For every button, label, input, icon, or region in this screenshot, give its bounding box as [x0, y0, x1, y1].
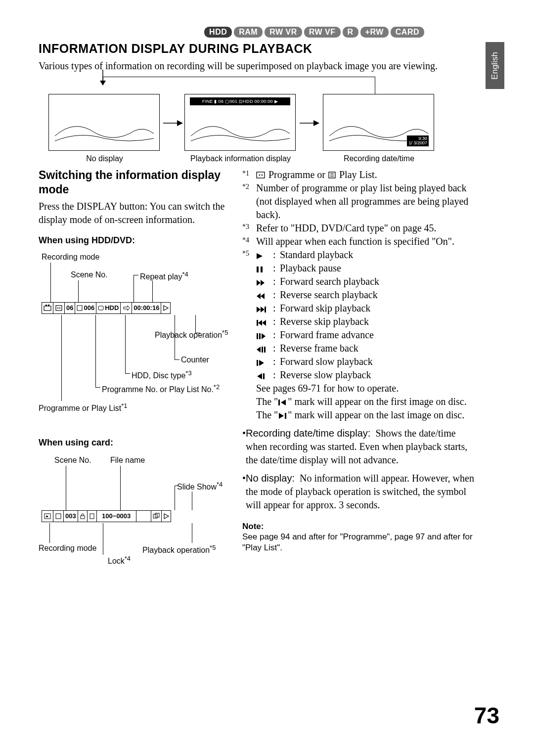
- bullet-recdate: • Recording date/time display: Shows the…: [242, 427, 475, 467]
- frame-back-icon: [256, 342, 273, 355]
- osd-datetime: 9:30 1/ 3/2007: [407, 135, 429, 146]
- badge-rwvr: RW VR: [265, 27, 302, 38]
- osd-infobar: FINE ▮ 06 ▢001 ⊡HDD 00:00:00 ▶: [190, 97, 290, 105]
- pause-icon: [256, 262, 273, 275]
- svg-point-11: [59, 307, 60, 308]
- frame-forward-icon: [256, 328, 273, 342]
- skip-back-icon: [256, 315, 273, 328]
- lbl-prog-or-pl: Programme or Play List*1: [39, 402, 127, 413]
- cell-card-scene-no: 003: [64, 511, 78, 522]
- svg-rect-48: [264, 347, 266, 353]
- lbl-file-name: File name: [110, 456, 145, 465]
- screen-playback-info: FINE ▮ 06 ▢001 ⊡HDD 00:00:00 ▶ Playback …: [184, 94, 296, 151]
- cell-slide-icon: [151, 511, 162, 522]
- svg-marker-34: [261, 280, 265, 286]
- lbl-lock: Lock*4: [108, 555, 131, 566]
- play-icon: [256, 248, 273, 262]
- cell-counter: 00:00:16: [132, 303, 161, 313]
- lbl-prog-no: Programme No. or Play List No.*2: [102, 383, 220, 394]
- svg-marker-22: [164, 514, 169, 519]
- cell-disc-type: HDD: [96, 303, 121, 313]
- footnote-5: *5 :Standard playback :Playback pause :F…: [242, 248, 475, 422]
- svg-rect-23: [257, 172, 265, 178]
- svg-rect-39: [265, 307, 266, 312]
- osd-date: 1/ 3/2007: [408, 141, 427, 145]
- slow-forward-icon: [256, 355, 273, 368]
- cell-file-icon: [88, 511, 97, 522]
- svg-marker-38: [261, 307, 265, 312]
- svg-marker-33: [257, 280, 261, 286]
- svg-point-10: [57, 307, 58, 308]
- svg-marker-45: [262, 333, 266, 339]
- osd-bar-hdd: 06 006 HDD 00:00:16: [42, 302, 171, 314]
- head-hdd-dvd: When using HDD/DVD:: [39, 235, 236, 246]
- cell-playback-icon: [161, 303, 170, 313]
- svg-marker-1: [100, 81, 106, 86]
- landscape-icon: [191, 114, 290, 143]
- svg-rect-19: [90, 514, 94, 519]
- cell-scene-no: 06: [65, 303, 75, 313]
- lbl-playback-op: Playback operation*5: [155, 329, 228, 340]
- svg-marker-16: [45, 515, 48, 517]
- cell-file-name: 100−0003: [97, 511, 136, 522]
- last-image-note: The "" mark will appear on the last imag…: [256, 408, 475, 422]
- right-column: *1 Programme or Play List. *2Number of p…: [242, 168, 475, 553]
- badge-hdd: HDD: [204, 27, 232, 38]
- playlist-icon: [328, 171, 337, 179]
- bullet-nodisplay: • No display: No information will appear…: [242, 472, 475, 512]
- diagram-card: Scene No. File name Slide Show*4 003 100…: [39, 452, 236, 595]
- media-badge-row: HDD RAM RW VR RW VF R +RW CARD: [204, 27, 424, 38]
- svg-rect-49: [257, 360, 258, 366]
- note-body: See page 94 and after for "Programme", p…: [242, 532, 475, 553]
- display-flow-diagram: No display FINE ▮ 06 ▢001 ⊡HDD 00:00:00 …: [39, 77, 476, 171]
- svg-marker-35: [261, 293, 265, 299]
- osd-bar-card: 003 100−0003: [42, 510, 171, 522]
- left-column: Switching the information display mode P…: [39, 168, 236, 595]
- down-arrow-icon: [98, 70, 108, 85]
- head-card: When using card:: [39, 438, 236, 448]
- svg-rect-56: [285, 413, 286, 419]
- footnote-1: *1 Programme or Play List.: [242, 168, 475, 181]
- badge-plus-rw: +RW: [360, 27, 389, 38]
- svg-rect-47: [262, 347, 263, 353]
- svg-marker-30: [257, 253, 263, 259]
- lbl-disc-type: HDD, Disc type*3: [132, 369, 192, 380]
- svg-marker-51: [257, 373, 262, 379]
- svg-marker-54: [281, 400, 286, 405]
- rewind-icon: [256, 288, 273, 302]
- lbl-recording-mode: Recording mode: [42, 253, 99, 262]
- cell-repeat-icon: [121, 303, 132, 313]
- screen-rec-date: 9:30 1/ 3/2007 Recording date/time: [323, 94, 434, 151]
- cell-rec-mode-icon: [42, 303, 53, 313]
- svg-rect-43: [257, 333, 258, 339]
- svg-rect-31: [257, 267, 259, 272]
- lbl-scene-no: Scene No.: [71, 270, 108, 279]
- svg-point-25: [262, 175, 263, 176]
- footnote-2: *2Number of programme or play list being…: [242, 181, 475, 222]
- cell-blank: [136, 511, 151, 522]
- svg-rect-8: [48, 305, 49, 306]
- diagram-hdd: Recording mode Scene No. Repeat play*4 0…: [39, 250, 236, 438]
- svg-marker-3: [177, 120, 183, 126]
- badge-rwvf: RW VF: [304, 27, 341, 38]
- cap-no-display: No display: [49, 154, 160, 163]
- page-number: 73: [474, 702, 499, 729]
- svg-rect-32: [261, 267, 263, 272]
- screen-no-display: No display: [48, 94, 160, 151]
- svg-marker-14: [164, 306, 168, 311]
- svg-rect-9: [56, 306, 62, 311]
- first-mark-icon: [278, 399, 288, 406]
- footnote-4: *4Will appear when each function is spec…: [242, 235, 475, 248]
- lbl-scene-no-card: Scene No.: [54, 456, 91, 465]
- svg-rect-53: [278, 400, 280, 405]
- cap-rec-date: Recording date/time: [323, 154, 435, 163]
- footnote-3: *3Refer to "HDD, DVD/Card type" on page …: [242, 222, 475, 235]
- svg-marker-37: [257, 307, 261, 312]
- lbl-slide-show: Slide Show*4: [177, 481, 222, 491]
- note-heading: Note:: [242, 522, 475, 532]
- lbl-repeat: Repeat play*4: [140, 270, 188, 281]
- see-pages-note: See pages 69-71 for how to operate.: [256, 382, 475, 395]
- first-image-note: The "" mark will appear on the first ima…: [256, 395, 475, 408]
- svg-rect-7: [45, 305, 47, 306]
- skip-forward-icon: [256, 302, 273, 315]
